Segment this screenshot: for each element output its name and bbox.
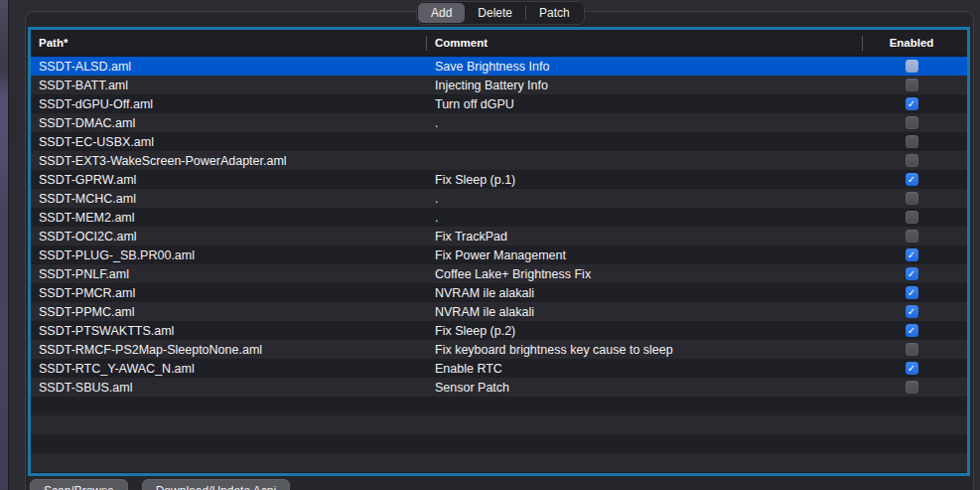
path-cell: SSDT-PMCR.aml <box>31 286 427 300</box>
path-cell: SSDT-RTC_Y-AWAC_N.aml <box>31 362 427 376</box>
path-cell: SSDT-PTSWAKTTS.aml <box>31 324 427 338</box>
table-header: Path* Comment Enabled <box>31 30 967 57</box>
scan-browse-button[interactable]: Scan/Browse <box>30 479 128 490</box>
table-row[interactable]: SSDT-GPRW.amlFix Sleep (p.1) <box>31 170 967 189</box>
empty-row <box>31 453 967 472</box>
enabled-checkbox[interactable] <box>906 343 918 356</box>
path-cell: SSDT-RMCF-PS2Map-SleeptoNone.aml <box>31 343 427 357</box>
comment-cell: NVRAM ile alakali <box>427 305 862 319</box>
download-update-acpi-button[interactable]: Download/Update Acpi <box>142 479 290 490</box>
comment-cell: NVRAM ile alakali <box>427 286 862 300</box>
enabled-cell <box>862 60 961 73</box>
enabled-cell <box>862 324 961 337</box>
enabled-checkbox[interactable] <box>906 97 918 110</box>
column-header-enabled[interactable]: Enabled <box>862 37 961 49</box>
window: AddDeletePatch Path* Comment Enabled SSD… <box>0 0 980 490</box>
comment-cell: . <box>427 192 862 206</box>
enabled-cell <box>862 211 961 224</box>
table-row[interactable]: SSDT-PTSWAKTTS.amlFix Sleep (p.2) <box>31 321 967 340</box>
table-row[interactable]: SSDT-PPMC.amlNVRAM ile alakali <box>31 302 967 321</box>
enabled-checkbox[interactable] <box>906 173 918 186</box>
tab-patch[interactable]: Patch <box>526 3 583 23</box>
enabled-cell <box>862 230 961 243</box>
enabled-cell <box>862 135 961 148</box>
path-cell: SSDT-SBUS.aml <box>31 381 427 395</box>
table-row[interactable]: SSDT-SBUS.amlSensor Patch <box>31 378 967 397</box>
comment-cell: Fix TrackPad <box>427 230 862 244</box>
column-divider <box>862 36 863 51</box>
table-row[interactable]: SSDT-PMCR.amlNVRAM ile alakali <box>31 283 967 302</box>
table-row[interactable]: SSDT-EXT3-WakeScreen-PowerAdapter.aml <box>31 151 967 170</box>
enabled-cell <box>862 173 961 186</box>
path-cell: SSDT-PPMC.aml <box>31 305 427 319</box>
acpi-patch-table: Path* Comment Enabled SSDT-ALSD.amlSave … <box>28 27 970 476</box>
column-divider <box>426 36 427 51</box>
enabled-cell <box>862 248 961 261</box>
enabled-cell <box>862 192 961 205</box>
bottom-button-bar: Scan/Browse Download/Update Acpi <box>30 479 290 490</box>
table-row[interactable]: SSDT-PLUG-_SB.PR00.amlFix Power Manageme… <box>31 245 967 264</box>
enabled-checkbox[interactable] <box>906 60 918 73</box>
path-cell: SSDT-PLUG-_SB.PR00.aml <box>31 248 427 262</box>
enabled-cell <box>862 154 961 167</box>
column-header-path[interactable]: Path* <box>31 37 427 49</box>
path-cell: SSDT-BATT.aml <box>31 79 427 92</box>
enabled-cell <box>862 381 961 394</box>
enabled-cell <box>862 79 961 91</box>
enabled-checkbox[interactable] <box>906 192 918 205</box>
empty-row <box>31 415 967 434</box>
table-body: SSDT-ALSD.amlSave Brightness InfoSSDT-BA… <box>31 57 967 472</box>
comment-cell: Enable RTC <box>427 362 862 376</box>
table-row[interactable]: SSDT-DMAC.aml. <box>31 113 967 132</box>
enabled-checkbox[interactable] <box>906 381 918 394</box>
path-cell: SSDT-OCI2C.aml <box>31 230 427 244</box>
tab-add[interactable]: Add <box>418 3 465 23</box>
table-row[interactable]: SSDT-ALSD.amlSave Brightness Info <box>31 57 967 76</box>
table-row[interactable]: SSDT-RTC_Y-AWAC_N.amlEnable RTC <box>31 359 967 378</box>
empty-row <box>31 434 967 453</box>
path-cell: SSDT-EXT3-WakeScreen-PowerAdapter.aml <box>31 154 427 168</box>
comment-cell: Turn off dGPU <box>427 97 862 111</box>
table-row[interactable]: SSDT-MEM2.aml. <box>31 208 967 227</box>
comment-cell: Fix keyboard brightness key cause to sle… <box>427 343 862 357</box>
enabled-checkbox[interactable] <box>906 305 918 318</box>
comment-cell: Sensor Patch <box>427 381 862 395</box>
table-row[interactable]: SSDT-MCHC.aml. <box>31 189 967 208</box>
column-header-comment[interactable]: Comment <box>427 37 862 49</box>
table-row[interactable]: SSDT-RMCF-PS2Map-SleeptoNone.amlFix keyb… <box>31 340 967 359</box>
table-row[interactable]: SSDT-dGPU-Off.amlTurn off dGPU <box>31 94 967 113</box>
table-row[interactable]: SSDT-OCI2C.amlFix TrackPad <box>31 227 967 245</box>
tab-delete[interactable]: Delete <box>465 3 525 23</box>
enabled-checkbox[interactable] <box>906 324 918 337</box>
comment-cell: Fix Sleep (p.1) <box>427 173 862 187</box>
enabled-checkbox[interactable] <box>906 135 918 148</box>
enabled-checkbox[interactable] <box>906 248 918 261</box>
path-cell: SSDT-dGPU-Off.aml <box>31 97 427 111</box>
path-cell: SSDT-DMAC.aml <box>31 116 427 130</box>
enabled-checkbox[interactable] <box>906 267 918 280</box>
empty-row <box>31 397 967 415</box>
enabled-checkbox[interactable] <box>906 79 918 91</box>
desktop-wallpaper-strip <box>0 0 9 490</box>
table-row[interactable]: SSDT-EC-USBX.aml <box>31 132 967 151</box>
enabled-checkbox[interactable] <box>906 116 918 129</box>
enabled-checkbox[interactable] <box>906 154 918 167</box>
comment-cell: Save Brightness Info <box>427 60 862 74</box>
enabled-checkbox[interactable] <box>906 211 918 224</box>
comment-cell: Coffee Lake+ Brightness Fix <box>427 267 862 281</box>
comment-cell: Fix Sleep (p.2) <box>427 324 862 338</box>
enabled-cell <box>862 343 961 356</box>
enabled-cell <box>862 97 961 110</box>
path-cell: SSDT-ALSD.aml <box>31 60 427 74</box>
enabled-checkbox[interactable] <box>906 362 918 375</box>
comment-cell: . <box>427 116 862 130</box>
enabled-cell <box>862 116 961 129</box>
table-row[interactable]: SSDT-PNLF.amlCoffee Lake+ Brightness Fix <box>31 264 967 283</box>
table-row[interactable]: SSDT-BATT.amlInjecting Battery Info <box>31 76 967 94</box>
path-cell: SSDT-GPRW.aml <box>31 173 427 187</box>
enabled-checkbox[interactable] <box>906 230 918 243</box>
enabled-cell <box>862 305 961 318</box>
comment-cell: Injecting Battery Info <box>427 79 862 92</box>
path-cell: SSDT-MEM2.aml <box>31 211 427 225</box>
enabled-checkbox[interactable] <box>906 286 918 299</box>
